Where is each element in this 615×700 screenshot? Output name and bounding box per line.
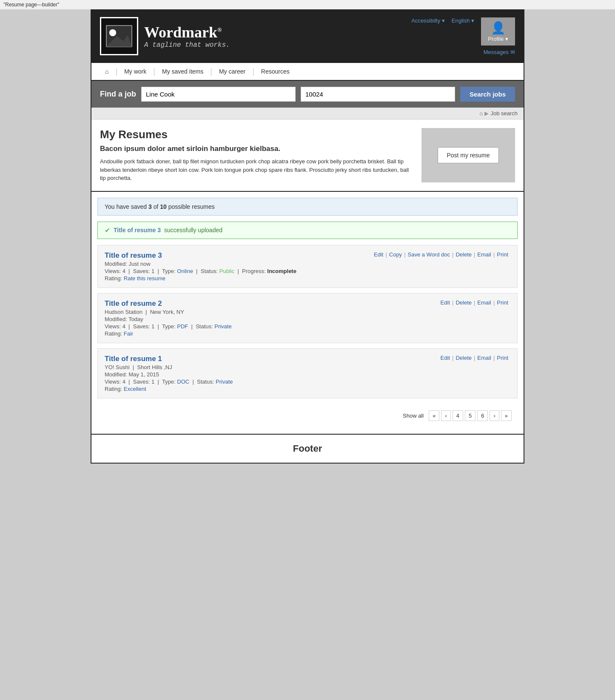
nav-my-saved-items[interactable]: My saved items (155, 62, 210, 81)
logo-area: Wordmark® A tagline that works. (100, 17, 230, 55)
delete-resume-2[interactable]: Delete (453, 299, 474, 306)
resume-card-top-1: Title of resume 1 Edit | Delete | Email … (105, 355, 510, 363)
print-resume-3[interactable]: Print (495, 251, 510, 258)
english-link[interactable]: English ▾ (452, 17, 474, 46)
resume-card-2: Title of resume 2 Edit | Delete | Email … (97, 293, 518, 343)
saved-text-pre: You have saved (105, 203, 148, 210)
resume-3-rating: Rating: Rate this resume (105, 275, 510, 282)
search-bar: Find a job Search jobs (91, 81, 524, 108)
resume-1-rating: Rating: Excellent (105, 386, 510, 392)
messages-icon: ✉ (510, 49, 515, 55)
print-resume-2[interactable]: Print (495, 299, 510, 306)
page-label: "Resume page---builder" (0, 0, 615, 9)
rate-resume-3[interactable]: Rate this resume (124, 275, 165, 282)
nav-resources[interactable]: Resources (254, 62, 296, 81)
page-4[interactable]: 4 (453, 410, 463, 421)
header: Wordmark® A tagline that works. Accessib… (91, 10, 524, 62)
avatar-icon: 👤 (491, 21, 506, 35)
rate-resume-2[interactable]: Fair (124, 330, 133, 337)
profile-button[interactable]: 👤 Profile ▾ (481, 17, 515, 46)
edit-resume-3[interactable]: Edit (372, 251, 385, 258)
resume-title-3[interactable]: Title of resume 3 (105, 251, 162, 260)
email-resume-2[interactable]: Email (475, 299, 493, 306)
email-resume-3[interactable]: Email (475, 251, 493, 258)
profile-label: Profile ▾ (488, 36, 508, 42)
job-search-input[interactable] (141, 87, 296, 102)
check-icon: ✔ (105, 226, 110, 234)
saved-text-mid: of (152, 203, 160, 210)
find-job-label: Find a job (100, 90, 136, 99)
saved-banner: You have saved 3 of 10 possible resumes (97, 198, 518, 216)
breadcrumb-current: Job search (490, 110, 518, 117)
print-resume-1[interactable]: Print (495, 355, 510, 361)
header-top-links: Accessibilty ▾ English ▾ 👤 Profile ▾ (411, 17, 515, 46)
logo-image (100, 17, 138, 55)
page-5[interactable]: 5 (465, 410, 475, 421)
resumes-intro-text: My Resumes Bacon ipsum dolor amet sirloi… (100, 128, 413, 182)
resumes-aside: Post my resume (421, 128, 515, 182)
search-jobs-button[interactable]: Search jobs (460, 87, 515, 102)
nav-my-work[interactable]: My work (117, 62, 153, 81)
delete-resume-1[interactable]: Delete (453, 355, 474, 361)
page-prev[interactable]: ‹ (441, 410, 450, 421)
resume-2-rating: Rating: Fair (105, 330, 510, 337)
edit-resume-2[interactable]: Edit (438, 299, 452, 306)
resume-1-location: YO! Sushi | Short Hills ,NJ (105, 364, 510, 370)
success-alert: ✔ Title of resume 3 successfully uploade… (97, 222, 518, 239)
resume-card-actions-2: Edit | Delete | Email | Print (438, 299, 510, 306)
accessibility-link[interactable]: Accessibilty ▾ (411, 17, 445, 46)
resume-2-location: Hudson Station | New York, NY (105, 309, 510, 315)
page-first[interactable]: « (429, 410, 439, 421)
svg-point-5 (109, 29, 116, 36)
resume-2-details: Views: 4 | Saves: 1 | Type: PDF | Status… (105, 323, 510, 330)
resume-card-actions-3: Edit | Copy | Save a Word doc | Delete |… (372, 251, 510, 258)
nav-my-career[interactable]: My career (212, 62, 252, 81)
resume-card-top-3: Title of resume 3 Edit | Copy | Save a W… (105, 251, 510, 260)
resume-list: ✔ Title of resume 3 successfully uploade… (91, 216, 524, 434)
messages-label: Messages (484, 49, 509, 55)
post-resume-button[interactable]: Post my resume (438, 147, 498, 163)
resumes-intro-section: My Resumes Bacon ipsum dolor amet sirloi… (91, 120, 524, 192)
page-6[interactable]: 6 (477, 410, 488, 421)
location-search-input[interactable] (301, 87, 455, 102)
page-last[interactable]: » (501, 410, 512, 421)
resume-1-details: Views: 4 | Saves: 1 | Type: DOC | Status… (105, 378, 510, 385)
resume-card-actions-1: Edit | Delete | Email | Print (438, 355, 510, 361)
saved-count: 3 (148, 203, 152, 210)
resume-card-top-2: Title of resume 2 Edit | Delete | Email … (105, 299, 510, 308)
site-name: Wordmark® (144, 23, 230, 41)
copy-resume-3[interactable]: Copy (387, 251, 404, 258)
alert-message: successfully uploaded (164, 227, 222, 233)
saved-max: 10 (160, 203, 167, 210)
rate-resume-1[interactable]: Excellent (124, 386, 146, 392)
footer: Footer (91, 434, 524, 463)
main-content: My Resumes Bacon ipsum dolor amet sirloi… (91, 120, 524, 434)
page-next[interactable]: › (490, 410, 499, 421)
edit-resume-1[interactable]: Edit (438, 355, 452, 361)
resumes-subheading: Bacon ipsum dolor amet sirloin hamburger… (100, 145, 413, 153)
resume-3-modified: Modified: Just now (105, 261, 510, 267)
resumes-heading: My Resumes (100, 128, 413, 141)
resume-title-1[interactable]: Title of resume 1 (105, 355, 162, 363)
resume-card-3: Title of resume 3 Edit | Copy | Save a W… (97, 245, 518, 288)
save-word-resume-3[interactable]: Save a Word doc (406, 251, 452, 258)
email-resume-1[interactable]: Email (475, 355, 493, 361)
show-all-label: Show all (403, 413, 424, 419)
breadcrumb-home-icon: ⌂ (480, 110, 483, 117)
breadcrumb-sep: ▶ (484, 110, 489, 117)
resumes-body: Andouille pork fatback doner, ball tip f… (100, 157, 413, 182)
logo-text: Wordmark® A tagline that works. (144, 23, 230, 49)
resume-3-details: Views: 4 | Saves: 1 | Type: Online | Sta… (105, 268, 510, 274)
nav-home[interactable]: ⌂ (98, 62, 115, 81)
resume-card-1: Title of resume 1 Edit | Delete | Email … (97, 348, 518, 398)
header-right: Accessibilty ▾ English ▾ 👤 Profile ▾ Mes… (411, 17, 515, 55)
pagination: Show all « ‹ 4 5 6 › » (97, 404, 518, 428)
messages-link[interactable]: Messages ✉ (484, 49, 515, 55)
site-tagline: A tagline that works. (144, 41, 230, 49)
delete-resume-3[interactable]: Delete (453, 251, 474, 258)
breadcrumb: ⌂ ▶ Job search (91, 108, 524, 120)
nav-bar: ⌂ | My work | My saved items | My career… (91, 62, 524, 81)
saved-text-post: possible resumes (167, 203, 215, 210)
resume-title-2[interactable]: Title of resume 2 (105, 299, 162, 308)
alert-resume-name: Title of resume 3 (114, 227, 161, 233)
